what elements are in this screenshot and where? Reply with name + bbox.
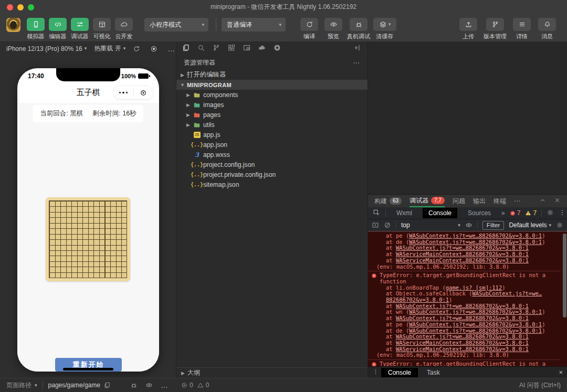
user-avatar[interactable] <box>6 18 20 32</box>
console-filter-input[interactable]: Filter <box>482 221 505 230</box>
tree-item-project-config-json[interactable]: {..}project.config.json <box>176 160 368 169</box>
simulator-stop-button[interactable] <box>150 45 158 52</box>
device-debug-button[interactable]: 真机调试 <box>347 18 370 40</box>
tree-item-app-wxss[interactable]: 3app.wxss <box>176 150 368 160</box>
stack-link[interactable]: game.js? [sm]:112 <box>446 284 502 291</box>
simulator-button[interactable]: 模拟器 <box>26 18 46 40</box>
path-more-button[interactable]: … <box>161 382 169 389</box>
console-error-count[interactable]: 7 <box>510 209 521 217</box>
stack-link[interactable]: WAServiceMainContext…882686702&v=3.8.0:1 <box>396 346 529 352</box>
devtools-tab-console[interactable]: Console <box>423 208 457 218</box>
tree-item-app-js[interactable]: JSapp.js <box>176 130 368 140</box>
tree-item-sitemap-json[interactable]: {..}sitemap.json <box>176 179 368 189</box>
debug-tab-output[interactable]: 输出 <box>473 195 486 207</box>
compile-mode-dropdown[interactable]: 普通编译 ▾ <box>222 18 286 31</box>
console-settings-button[interactable] <box>556 221 563 229</box>
clear-cache-button[interactable]: ▾ 清缓存 <box>373 18 396 40</box>
tree-section-miniprogram-root[interactable]: ▼ MINIPROGRAM <box>176 80 368 90</box>
minimize-window-button[interactable] <box>17 4 24 10</box>
context-selector[interactable]: top ▾ <box>401 221 460 229</box>
tree-section-open-editors[interactable]: ▶ 打开的编辑器 <box>176 70 368 80</box>
version-control-button[interactable]: 版本管理 <box>484 18 507 40</box>
debug-tab-build[interactable]: 构建 63 <box>374 195 402 207</box>
details-button[interactable]: 详情 <box>512 18 532 40</box>
stack-link[interactable]: WASubContext.js?t=we…882686702&v=3.8.0:1 <box>409 232 542 239</box>
eye-icon[interactable] <box>145 382 153 389</box>
collapse-panel-button[interactable] <box>353 44 361 54</box>
ai-assistant-button[interactable]: AI 问答 (Ctrl+I) <box>519 378 561 392</box>
more-menu-button[interactable] <box>113 92 133 94</box>
console-scrollbar[interactable] <box>563 234 566 317</box>
debug-tab-debugger[interactable]: 调试器 7,7 <box>410 195 445 207</box>
gomoku-board[interactable] <box>46 197 130 281</box>
debugger-button[interactable]: 调试器 <box>70 18 90 40</box>
drawer-tab-task[interactable]: Task <box>420 368 447 377</box>
editor-button[interactable]: 编辑器 <box>48 18 68 40</box>
activity-extensions-icon[interactable] <box>227 44 236 54</box>
activity-files-icon[interactable] <box>182 44 190 54</box>
stack-link[interactable]: WASubContext.js?t=we…882686702&v=3.8.0:1 <box>386 290 542 303</box>
devtools-tab-wxml[interactable]: Wxml <box>391 208 418 218</box>
outline-section[interactable]: ▶ 大纲 <box>176 367 368 378</box>
devtools-menu-button[interactable] <box>559 209 566 218</box>
clear-console-button[interactable] <box>384 221 391 229</box>
visualize-button[interactable]: 可视化 <box>92 18 112 40</box>
activity-preview-icon[interactable] <box>243 44 251 54</box>
inspect-element-button[interactable] <box>372 208 381 218</box>
close-miniprogram-button[interactable] <box>134 89 154 97</box>
problems-summary[interactable]: 0 0 <box>181 378 209 392</box>
debug-tabs-more-button[interactable]: ⋯ <box>514 197 521 205</box>
activity-cloud-filled-icon[interactable] <box>258 44 266 54</box>
cloud-dev-button[interactable]: 云开发 <box>114 18 134 40</box>
messages-button[interactable]: 消息 <box>537 18 557 40</box>
tree-item-app-json[interactable]: {..}app.json <box>176 140 368 150</box>
stack-link[interactable]: WAServiceMainContext…882686702&v=3.8.0:1 <box>396 251 529 257</box>
upload-button[interactable]: 上传 <box>458 18 478 40</box>
console-warning-count[interactable]: 7 <box>525 209 537 217</box>
page-path-label[interactable]: 页面路径 <box>6 381 32 390</box>
mode-dropdown[interactable]: 小程序模式 ▾ <box>144 18 208 31</box>
stack-link[interactable]: WASubContext.js?t=we…882686702&v=3.8.0:1 <box>409 321 542 327</box>
stack-link[interactable]: WASubContext.js?t=we…882686702&v=3.8.0:1 <box>396 245 529 251</box>
log-levels-dropdown[interactable]: Default levels ▾ <box>509 221 551 229</box>
close-window-button[interactable] <box>7 4 13 10</box>
close-drawer-button[interactable]: × <box>559 368 563 376</box>
tree-item-images[interactable]: ▶ images <box>176 100 368 110</box>
stack-link[interactable]: WASubContext.js?t=we…882686702&v=3.8.0:1 <box>409 309 542 315</box>
hot-reload-toggle[interactable]: 热重载 开 ▾ <box>94 44 125 53</box>
compile-button[interactable]: 编译 <box>299 18 320 40</box>
activity-package-icon[interactable] <box>273 44 281 54</box>
live-expression-icon[interactable] <box>465 221 472 229</box>
bug-icon[interactable] <box>130 382 138 389</box>
explorer-more-button[interactable]: ⋯ <box>353 59 360 67</box>
debug-tab-terminal[interactable]: 终端 <box>494 195 506 207</box>
stack-link[interactable]: WAServiceMainContext…882686702&v=3.8.0:1 <box>396 340 529 346</box>
debug-tab-problems[interactable]: 问题 <box>453 195 465 207</box>
device-selector[interactable]: iPhone 12/13 (Pro) 80% 16 ▾ <box>6 45 87 52</box>
copy-icon[interactable] <box>103 382 111 389</box>
stack-link[interactable]: WAServiceMainContext…882686702&v=3.8.0:1 <box>396 257 529 263</box>
more-tabs-button[interactable]: » <box>501 209 505 217</box>
drawer-tab-console[interactable]: Console <box>381 368 418 377</box>
tree-item-project-private-config-json[interactable]: {..}project.private.config.json <box>176 169 368 179</box>
tree-item-components[interactable]: ▶ components <box>176 90 368 100</box>
tree-item-utils[interactable]: ▶ utils <box>176 120 368 130</box>
activity-search-icon[interactable] <box>197 44 205 54</box>
simulator-refresh-button[interactable] <box>133 45 140 52</box>
activity-source-control-icon[interactable] <box>212 44 220 54</box>
simulator-more-button[interactable]: … <box>167 45 175 52</box>
stack-link[interactable]: WASubContext.js?t=we…882686702&v=3.8.0:1 <box>396 303 529 309</box>
stack-link[interactable]: WASubContext.js?t=we…882686702&v=3.8.0:1 <box>409 239 542 245</box>
fullscreen-window-button[interactable] <box>28 4 34 10</box>
close-debugger-button[interactable] <box>554 197 561 205</box>
stack-link[interactable]: WASubContext.js?t=we…882686702&v=3.8.0:1 <box>396 315 529 321</box>
stack-link[interactable]: WASubContext.js?t=we…882686702&v=3.8.0:1 <box>409 327 542 334</box>
tree-item-pages[interactable]: ▶ pages <box>176 110 368 120</box>
stack-link[interactable]: WASubContext.js?t=we…882686702&v=3.8.0:1 <box>396 333 529 340</box>
collapse-debugger-button[interactable] <box>539 197 546 205</box>
preview-button[interactable]: 预览 <box>323 18 344 40</box>
devtools-tab-sources[interactable]: Sources <box>462 208 497 218</box>
drawer-menu-button[interactable] <box>372 368 379 377</box>
devtools-settings-button[interactable] <box>547 209 554 218</box>
console-sidebar-toggle[interactable] <box>372 221 379 229</box>
